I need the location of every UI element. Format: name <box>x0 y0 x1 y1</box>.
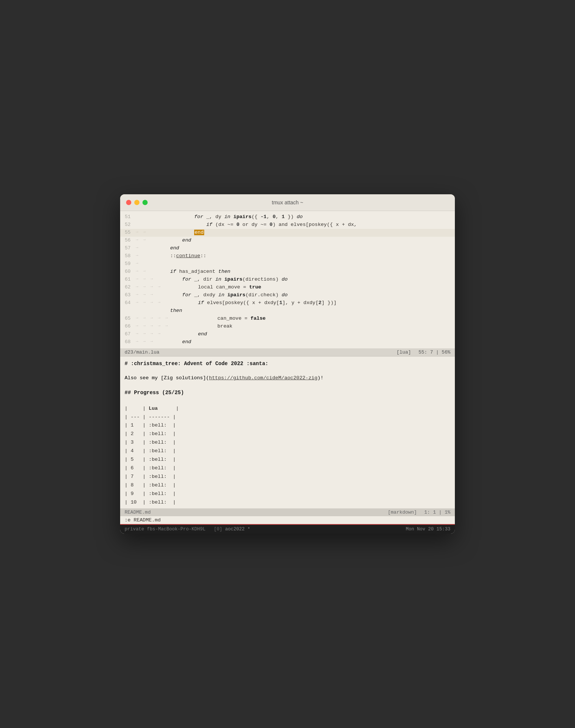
table-row-3: | 3 | :bell: | <box>125 438 450 447</box>
editor-filetype: [lua] <box>396 349 411 355</box>
tmux-bottom-bar: private fbs-MacBook-Pro-KDH9L [0] aoc202… <box>120 525 455 534</box>
code-line-59: 59 → <box>120 260 455 268</box>
code-line-66: 66 → → → → → break <box>120 323 455 331</box>
markdown-link-line: Also see my [Zig solutions](https://gith… <box>125 374 450 382</box>
code-line-55: 55 → → end <box>120 229 455 237</box>
markdown-pane[interactable]: # :christmas_tree: Advent of Code 2022 :… <box>120 357 455 508</box>
editor-cursor: 55: 7 | 56% <box>418 349 450 355</box>
code-line-63: 63 → → → for _, dxdy in ipairs(dir.check… <box>120 291 455 299</box>
empty-line-1 <box>125 368 450 374</box>
code-line-52: 52 if (dx ~= 0 or dy ~= 0) and elves[pos… <box>120 221 455 229</box>
window-title: tmux attach ~ <box>272 199 303 205</box>
tmux-datetime: Mon Nov 20 15:33 <box>406 527 450 532</box>
code-line-58: 58 → ::continue:: <box>120 252 455 260</box>
code-line-51: 51 for _, dy in ipairs({ -1, 0, 1 }) do <box>120 213 455 221</box>
tmux-session-bar-container: private fbs-MacBook-Pro-KDH9L [0] aoc202… <box>120 524 455 534</box>
tmux-spacer <box>208 527 211 532</box>
table-row-9: | 9 | :bell: | <box>125 490 450 498</box>
code-line-65: 65 → → → → → can_move = false <box>120 315 455 323</box>
code-line-68: 68 → → → end <box>120 338 455 346</box>
empty-line-3 <box>125 397 450 403</box>
markdown-filetype: [markdown] <box>388 510 417 515</box>
code-line-61: 61 → → → for _, dir in ipairs(directions… <box>120 276 455 284</box>
traffic-lights <box>126 200 148 205</box>
table-header-row: | | Lua | <box>125 405 450 413</box>
code-line-60: 60 → → if has_adjacent then <box>120 268 455 276</box>
title-bar: tmux attach ~ <box>120 194 455 211</box>
markdown-h2: ## Progress (25/25) <box>125 389 450 397</box>
code-line-56: 56 → → end <box>120 237 455 245</box>
markdown-status-bar: README.md [markdown] 1: 1 | 1% <box>120 508 455 516</box>
tmux-hostname: private fbs-MacBook-Pro-KDH9L <box>125 527 206 532</box>
table-divider-row: | --- | ------- | <box>125 413 450 422</box>
code-line-64-wrap: then <box>120 307 455 315</box>
code-line-67: 67 → → → → end <box>120 331 455 338</box>
tmux-session-left: private fbs-MacBook-Pro-KDH9L [0] aoc202… <box>125 527 250 532</box>
empty-line-2 <box>125 383 450 389</box>
table-row-4: | 4 | :bell: | <box>125 447 450 456</box>
markdown-table: | | Lua | | --- | ------- | | 1 | :bell:… <box>125 405 450 507</box>
code-line-57: 57 → end <box>120 245 455 252</box>
code-editor-pane[interactable]: 51 for _, dy in ipairs({ -1, 0, 1 }) do … <box>120 211 455 348</box>
code-line-62: 62 → → → → local can_move = true <box>120 284 455 291</box>
editor-status-right: [lua] 55: 7 | 56% <box>396 349 450 355</box>
minimize-button[interactable] <box>134 200 139 205</box>
terminal-window: tmux attach ~ 51 for _, dy in ipairs({ -… <box>120 194 455 534</box>
editor-status-bar: d23/main.lua [lua] 55: 7 | 56% <box>120 348 455 356</box>
table-row-1: | 1 | :bell: | <box>125 421 450 430</box>
maximize-button[interactable] <box>142 200 148 205</box>
markdown-cursor: 1: 1 | 1% <box>424 510 450 515</box>
table-row-7: | 7 | :bell: | <box>125 473 450 481</box>
table-row-2: | 2 | :bell: | <box>125 430 450 438</box>
code-line-64: 64 → → → → if elves[poskey({ x + dxdy[1]… <box>120 299 455 307</box>
markdown-h1: # :christmas_tree: Advent of Code 2022 :… <box>125 360 450 368</box>
table-row-6: | 6 | :bell: | <box>125 464 450 473</box>
markdown-filename: README.md <box>125 510 151 515</box>
table-row-10: | 10 | :bell: | <box>125 498 450 507</box>
command-line: :e README.md <box>120 516 455 524</box>
tmux-window-name: aoc2022 * <box>225 527 250 532</box>
markdown-status-right: [markdown] 1: 1 | 1% <box>388 510 450 515</box>
tmux-bracket-open: [0] <box>214 527 222 532</box>
editor-filename: d23/main.lua <box>125 349 160 355</box>
close-button[interactable] <box>126 200 131 205</box>
table-row-5: | 5 | :bell: | <box>125 456 450 464</box>
table-row-8: | 8 | :bell: | <box>125 481 450 490</box>
cmd-text: :e README.md <box>125 517 161 523</box>
